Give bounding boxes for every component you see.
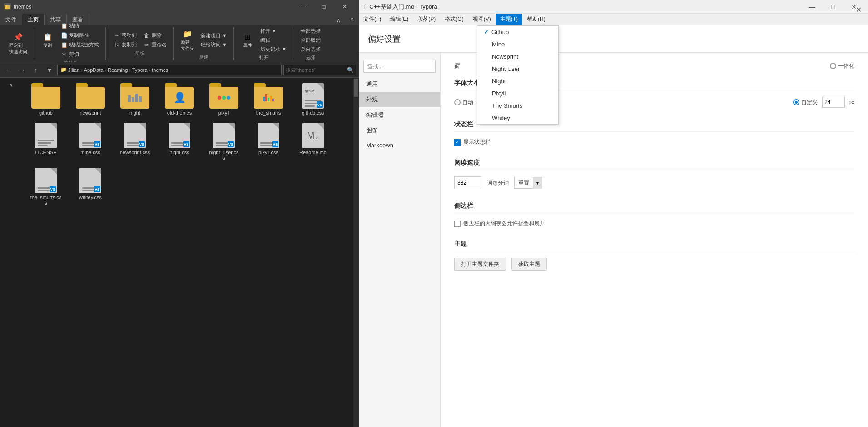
file-item-readme[interactable]: M↓ Readme.md (293, 121, 333, 162)
reading-speed-section: 阅读速度 词每分钟 重置 ▼ (454, 159, 854, 189)
unified-radio[interactable]: 一体化 (830, 62, 854, 70)
invert-selection-btn[interactable]: 反向选择 (298, 45, 323, 54)
file-item-whitey-css[interactable]: VS whitey.css (70, 166, 111, 207)
deselect-all-btn[interactable]: 全部取消 (298, 36, 323, 45)
minimize-btn[interactable]: — (293, 0, 313, 14)
close-btn[interactable]: ✕ (334, 0, 355, 14)
file-item-smurfs-css[interactable]: VS the_smurfs.css (25, 166, 66, 207)
settings-search-input[interactable] (363, 60, 436, 73)
file-item-github[interactable]: github (25, 81, 66, 117)
ribbon-collapse-btn[interactable]: ∧ (332, 14, 345, 27)
delete-btn[interactable]: 🗑 删除 (140, 31, 169, 40)
open-label: 打开 ▼ (260, 28, 277, 35)
copy-path-icon: 📄 (60, 32, 68, 39)
search-input[interactable] (286, 67, 345, 73)
copy-path-btn[interactable]: 📄 复制路径 (58, 31, 102, 40)
pin-label: 固定到快速访问 (9, 42, 27, 55)
scrollbar-thumb[interactable] (354, 79, 358, 97)
typora-titlebar-left: T C++基础入门.md - Typora (362, 3, 437, 11)
new-item-btn[interactable]: 新建项目 ▼ (198, 31, 230, 40)
theme-buttons-row: 打开主题文件夹 获取主题 (454, 258, 854, 271)
copy-path-label: 复制路径 (69, 32, 89, 39)
easy-access-btn[interactable]: 轻松访问 ▼ (198, 40, 230, 49)
menu-paragraph[interactable]: 段落(P) (413, 14, 440, 25)
address-bar[interactable]: 📁 Jilian › AppData › Roaming › Typora › … (57, 65, 282, 75)
scrollbar-track[interactable] (353, 78, 359, 427)
history-btn[interactable]: 历史记录 ▼ (258, 45, 289, 54)
theme-pixyll[interactable]: Pixyll (477, 87, 558, 100)
theme-newsprint[interactable]: Newsprint (477, 50, 558, 63)
file-name-pixyll: pixyll (218, 110, 229, 116)
theme-whitey[interactable]: Whitey (477, 112, 558, 124)
ribbon-help-btn[interactable]: ? (345, 14, 359, 27)
folder-icon-night (120, 83, 149, 109)
theme-mine[interactable]: Mine (477, 38, 558, 50)
properties-btn[interactable]: ⊞ 属性 (238, 30, 257, 50)
menu-view[interactable]: 视图(V) (468, 14, 496, 25)
up-btn[interactable]: ↑ (30, 64, 42, 76)
settings-nav-image[interactable]: 图像 (359, 123, 440, 138)
file-item-night-user-css[interactable]: VS night_user.css (203, 121, 244, 162)
menu-theme[interactable]: 主题(T) (496, 14, 522, 25)
file-item-newsprint[interactable]: newsprint (70, 81, 111, 117)
typora-maximize-btn[interactable]: □ (823, 0, 843, 14)
open-btn[interactable]: 打开 ▼ (258, 27, 289, 35)
theme-night[interactable]: Night (477, 75, 558, 87)
settings-close-btn[interactable]: ✕ (853, 4, 864, 15)
search-box[interactable]: 🔍 (283, 65, 356, 75)
file-item-mine-css[interactable]: VS mine.css (70, 121, 111, 162)
menu-edit[interactable]: 编辑(E) (386, 14, 413, 25)
pin-btn[interactable]: 📌 固定到快速访问 (6, 30, 30, 56)
back-btn[interactable]: ← (3, 64, 15, 76)
typora-minimize-btn[interactable]: — (802, 0, 823, 14)
recent-btn[interactable]: ▼ (44, 64, 55, 76)
font-size-input[interactable] (822, 97, 845, 108)
theme-github[interactable]: Github (477, 26, 558, 38)
forward-btn[interactable]: → (16, 64, 28, 76)
ribbon-tab-file[interactable]: 文件 (0, 14, 22, 25)
settings-nav-general[interactable]: 通用 (359, 76, 440, 92)
open-theme-folder-btn[interactable]: 打开主题文件夹 (454, 258, 506, 271)
menu-format[interactable]: 格式(O) (440, 14, 468, 25)
paste-btn[interactable]: 📋 粘贴 (58, 21, 102, 30)
menu-file[interactable]: 文件(F) (359, 14, 386, 25)
settings-panel: 偏好设置 ✕ 通用 外观 编辑器 图像 Markdown 窗 （效） (359, 25, 868, 427)
theme-smurfs[interactable]: The Smurfs (477, 100, 558, 112)
edit-btn[interactable]: 编辑 (258, 36, 289, 45)
maximize-btn[interactable]: □ (313, 0, 334, 14)
rename-btn[interactable]: ✏ 重命名 (140, 40, 169, 50)
addr-appdata: AppData (84, 67, 104, 73)
properties-icon: ⊞ (242, 31, 253, 42)
file-item-night-css[interactable]: VS night.css (159, 121, 200, 162)
copy-to-btn[interactable]: ⎘ 复制到 (110, 40, 139, 50)
file-item-newsprint-css[interactable]: VS newsprint.css (114, 121, 155, 162)
file-item-smurfs[interactable]: the_smurfs (248, 81, 289, 117)
copy-btn[interactable]: 📋 复制 (39, 30, 57, 50)
select-all-btn[interactable]: 全部选择 (298, 27, 323, 35)
file-item-pixyll[interactable]: pixyll (203, 81, 244, 117)
font-custom-radio[interactable]: 自定义 px (793, 97, 854, 108)
addr-typora: Typora (132, 67, 148, 73)
settings-nav-editor[interactable]: 编辑器 (359, 107, 440, 123)
menu-help[interactable]: 帮助(H) (522, 14, 550, 25)
new-folder-btn[interactable]: 📁 新建文件夹 (178, 27, 197, 53)
folder-icon-newsprint (76, 83, 105, 109)
file-item-license[interactable]: LICENSE (25, 121, 66, 162)
file-item-old-themes[interactable]: 👤 old-themes (159, 81, 200, 117)
cut-btn[interactable]: ✂ 剪切 (58, 50, 102, 59)
file-item-pixyll-css[interactable]: VS pixyll.css (248, 121, 289, 162)
paste-shortcut-btn[interactable]: 📋 粘贴快捷方式 (58, 40, 102, 50)
statusbar-checkbox[interactable]: ✓ 显示状态栏 (454, 138, 854, 146)
reading-speed-input[interactable] (454, 176, 481, 189)
theme-night-user[interactable]: Night User (477, 63, 558, 75)
explorer-title: themes (14, 4, 31, 10)
sidebar-outline-checkbox[interactable]: 侧边栏的大纲视图允许折叠和展开 (454, 220, 854, 227)
settings-nav-markdown[interactable]: Markdown (359, 138, 440, 152)
get-theme-btn[interactable]: 获取主题 (511, 258, 547, 271)
file-item-night[interactable]: night (114, 81, 155, 117)
file-item-github-css[interactable]: VS github github.css (293, 81, 333, 117)
move-to-btn[interactable]: → 移动到 (110, 31, 139, 40)
settings-nav-appearance[interactable]: 外观 (359, 92, 440, 107)
easy-access-label: 轻松访问 ▼ (201, 41, 227, 48)
reset-btn[interactable]: 重置 ▼ (514, 177, 542, 189)
